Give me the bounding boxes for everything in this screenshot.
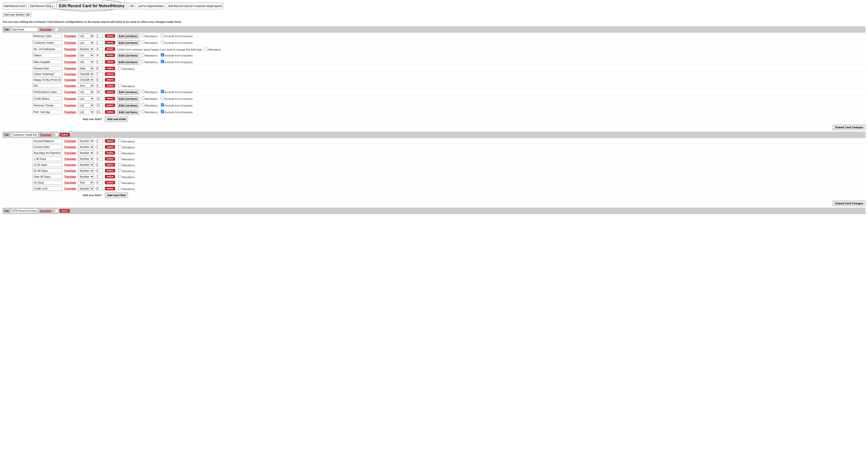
translate-link[interactable]: Translate (64, 111, 76, 113)
field-order-input[interactable] (96, 181, 103, 184)
field-type-select[interactable]: ListNumberDateCheckBoxText (78, 90, 94, 94)
edit-list-items-button[interactable]: Edit List Items (117, 60, 139, 65)
mandatory-label[interactable]: Mandatory (117, 170, 135, 173)
exclude-checkbox[interactable] (161, 40, 164, 44)
mandatory-label[interactable]: Mandatory (117, 140, 135, 143)
field-name-input[interactable] (32, 186, 62, 191)
delete-field-button[interactable]: Delete (105, 78, 115, 82)
field-name-input[interactable] (32, 60, 62, 64)
translate-link[interactable]: Translate (64, 181, 76, 184)
mandatory-label[interactable]: Mandatory (140, 41, 158, 44)
translate-link[interactable]: Translate (64, 140, 76, 142)
field-type-select[interactable]: ListNumberDateCheckBoxText (78, 103, 94, 108)
delete-field-button[interactable]: Delete (105, 187, 115, 190)
field-type-select[interactable]: ListNumberDateCheckBoxText (78, 145, 94, 149)
translate-link[interactable]: Translate (39, 209, 52, 212)
add-section-tab-button[interactable]: Add new Section Tab (2, 12, 31, 17)
translate-link[interactable]: Translate (64, 151, 76, 154)
mandatory-checkbox[interactable] (118, 169, 121, 172)
mandatory-checkbox[interactable] (141, 90, 144, 93)
field-name-input[interactable] (32, 34, 62, 38)
tab-name-input[interactable] (11, 133, 38, 137)
delete-field-button[interactable]: Delete (105, 157, 115, 161)
field-type-select[interactable]: ListNumberDateCheckBoxText (78, 72, 94, 76)
tab-order-input[interactable] (53, 209, 58, 213)
delete-field-button[interactable]: Delete (105, 41, 115, 44)
field-name-input[interactable] (32, 103, 62, 108)
delete-field-button[interactable]: Delete (105, 90, 115, 94)
field-name-input[interactable] (32, 47, 62, 51)
translate-link[interactable]: Translate (64, 60, 76, 63)
field-order-input[interactable] (96, 175, 103, 179)
field-order-input[interactable] (96, 151, 103, 155)
delete-tab-button[interactable]: Delete (60, 209, 70, 212)
field-order-input[interactable] (96, 139, 103, 143)
mandatory-label[interactable]: Mandatory (117, 67, 135, 70)
translate-link[interactable]: Translate (64, 48, 76, 51)
mandatory-label[interactable]: Mandatory (117, 158, 135, 161)
delete-field-button[interactable]: Delete (105, 72, 115, 76)
mandatory-checkbox[interactable] (141, 40, 144, 44)
mandatory-label[interactable]: Mandatory (140, 104, 158, 107)
delete-field-button[interactable]: Delete (105, 104, 115, 107)
translate-link[interactable]: Translate (64, 90, 76, 93)
field-type-select[interactable]: ListNumberDateCheckBoxText (78, 180, 94, 185)
submit-card-changes-button[interactable]: Submit Card Changes (833, 124, 866, 130)
mandatory-label[interactable]: Mandatory (140, 97, 158, 100)
field-type-select[interactable]: ListNumberDateCheckBoxText (78, 84, 94, 88)
field-type-select[interactable]: ListNumberDateCheckBoxText (78, 156, 94, 161)
add-new-field-button[interactable]: Add new Field (105, 116, 128, 122)
exclude-checkbox[interactable] (161, 60, 164, 63)
tab-edit-record-card-s[interactable]: Edit Record Card s (28, 2, 55, 9)
mandatory-label[interactable]: Mandatory (117, 146, 135, 149)
field-name-input[interactable] (32, 84, 62, 88)
mandatory-checkbox[interactable] (118, 67, 121, 70)
mandatory-checkbox[interactable] (118, 163, 121, 166)
translate-link[interactable]: Translate (64, 84, 76, 87)
mandatory-checkbox[interactable] (141, 53, 144, 56)
translate-link[interactable]: Translate (64, 145, 76, 148)
exclude-label[interactable]: Exclude from Enquiries (160, 111, 193, 114)
field-type-select[interactable]: ListNumberDateCheckBoxText (78, 139, 94, 143)
translate-link[interactable]: Translate (64, 175, 76, 178)
field-name-input[interactable] (32, 163, 62, 167)
mandatory-checkbox[interactable] (141, 96, 144, 100)
mandatory-label[interactable]: Mandatory (140, 54, 158, 57)
field-order-input[interactable] (96, 145, 103, 149)
field-name-input[interactable] (32, 110, 62, 114)
mandatory-label[interactable]: Mandatory (117, 152, 135, 155)
exclude-label[interactable]: Exclude from Enquiries (160, 97, 193, 100)
mandatory-checkbox[interactable] (141, 103, 144, 107)
mandatory-label[interactable]: Mandatory (140, 61, 158, 64)
field-order-input[interactable] (96, 163, 103, 167)
submit-card-changes-button[interactable]: Submit Card Changes (833, 201, 866, 206)
exclude-label[interactable]: Exclude from Enquiries (160, 35, 193, 38)
delete-field-button[interactable]: Delete (105, 175, 115, 178)
field-name-input[interactable] (32, 151, 62, 155)
edit-list-items-button[interactable]: Edit List Items (117, 90, 139, 95)
field-type-select[interactable]: ListNumberDateCheckBoxText (78, 151, 94, 155)
tab-name-input[interactable] (11, 209, 38, 213)
exclude-label[interactable]: Exclude from Enquiries (160, 104, 193, 107)
delete-field-button[interactable]: Delete (105, 169, 115, 172)
delete-field-button[interactable]: Delete (105, 151, 115, 154)
mandatory-checkbox[interactable] (141, 60, 144, 63)
field-name-input[interactable] (32, 145, 62, 149)
exclude-checkbox[interactable] (161, 96, 164, 100)
field-name-input[interactable] (32, 40, 62, 45)
field-name-input[interactable] (32, 169, 62, 173)
tab-edit-record-card[interactable]: Edit Record Card (2, 2, 27, 9)
field-name-input[interactable] (32, 90, 62, 94)
mandatory-label[interactable]: Mandatory (140, 111, 158, 114)
translate-link[interactable]: Translate (64, 169, 76, 172)
field-type-select[interactable]: ListNumberDateCheckBoxText (78, 60, 94, 64)
delete-field-button[interactable]: Delete (105, 145, 115, 149)
field-order-input[interactable] (96, 90, 103, 94)
exclude-checkbox[interactable] (161, 103, 164, 107)
exclude-label[interactable]: Exclude from Enquiries (160, 91, 193, 94)
delete-field-button[interactable]: Delete (105, 47, 115, 51)
edit-list-items-button[interactable]: Edit List Items (117, 40, 139, 45)
delete-field-button[interactable]: Delete (105, 139, 115, 143)
exclude-label[interactable]: Exclude from Enquiries (160, 41, 193, 44)
edit-list-items-button[interactable]: Edit List Items (117, 34, 139, 39)
